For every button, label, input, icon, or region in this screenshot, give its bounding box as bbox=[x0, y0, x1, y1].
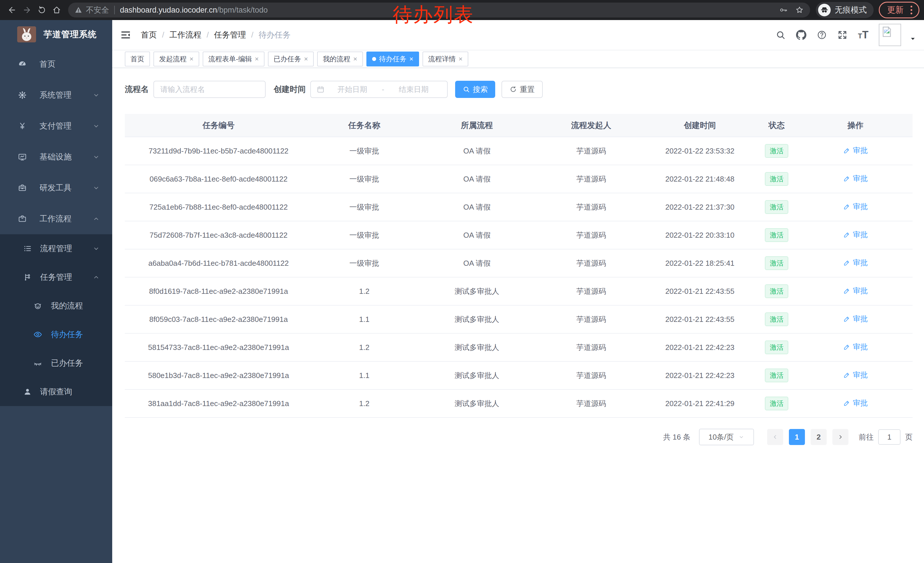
tab-close-icon[interactable]: × bbox=[353, 56, 357, 62]
sidebar-item-infra[interactable]: 基础设施 bbox=[0, 141, 112, 173]
sidebar-item-home[interactable]: 首页 bbox=[0, 49, 112, 80]
breadcrumb-item[interactable]: 工作流程 bbox=[170, 30, 201, 41]
help-icon[interactable] bbox=[817, 30, 827, 40]
filter-form: 流程名 创建时间 开始日期 - 结束日期 搜索 重置 bbox=[125, 81, 912, 98]
sidebar-item-process-mgmt[interactable]: 流程管理 bbox=[0, 234, 112, 263]
page-size-select[interactable]: 10条/页 bbox=[699, 429, 754, 445]
tab-close-icon[interactable]: × bbox=[304, 56, 308, 62]
page-size-value: 10条/页 bbox=[708, 432, 734, 442]
end-date-placeholder[interactable]: 结束日期 bbox=[386, 84, 441, 95]
robot-icon bbox=[33, 301, 42, 311]
process-name-input[interactable] bbox=[153, 81, 266, 98]
approve-link[interactable]: 审批 bbox=[843, 201, 868, 212]
browser-back-button[interactable] bbox=[4, 3, 20, 18]
browser-reload-button[interactable] bbox=[34, 3, 49, 18]
cell-process: 测试多审批人 bbox=[416, 333, 538, 362]
start-date-placeholder[interactable]: 开始日期 bbox=[325, 84, 380, 95]
approve-link[interactable]: 审批 bbox=[843, 230, 868, 240]
sidebar-item-system[interactable]: 系统管理 bbox=[0, 80, 112, 111]
security-warning-icon[interactable] bbox=[74, 6, 82, 14]
cell-starter: 芋道源码 bbox=[538, 165, 645, 193]
pagination: 共 16 条 10条/页 12 前往 页 bbox=[125, 429, 912, 445]
search-icon[interactable] bbox=[776, 30, 786, 40]
app-logo[interactable]: 芋道管理系统 bbox=[0, 20, 112, 49]
reset-button[interactable]: 重置 bbox=[501, 81, 543, 98]
cell-id: 58154733-7ac8-11ec-a9e2-a2380e71991a bbox=[125, 333, 312, 362]
cell-status: 激活 bbox=[755, 221, 798, 249]
approve-link[interactable]: 审批 bbox=[843, 342, 868, 352]
security-warning-label[interactable]: 不安全 bbox=[86, 5, 109, 15]
approve-link[interactable]: 审批 bbox=[843, 314, 868, 324]
approve-link[interactable]: 审批 bbox=[843, 370, 868, 380]
cell-id: a6aba0a4-7b6d-11ec-b781-acde48001122 bbox=[125, 249, 312, 277]
tab-已办任务[interactable]: 已办任务× bbox=[268, 51, 314, 66]
breadcrumb-item[interactable]: 首页 bbox=[141, 30, 157, 41]
key-icon[interactable] bbox=[779, 6, 788, 14]
tab-close-icon[interactable]: × bbox=[189, 56, 194, 62]
status-badge: 激活 bbox=[765, 284, 788, 298]
sidebar-item-payment[interactable]: 支付管理 bbox=[0, 111, 112, 141]
sidebar-item-leave-query[interactable]: 请假查询 bbox=[0, 377, 112, 406]
column-header-操作: 操作 bbox=[798, 114, 912, 137]
sidebar: 芋道管理系统 首页系统管理支付管理基础设施研发工具工作流程流程管理任务管理我的流… bbox=[0, 20, 112, 563]
hamburger-icon[interactable] bbox=[120, 30, 131, 41]
sidebar-item-workflow[interactable]: 工作流程 bbox=[0, 203, 112, 234]
column-header-流程发起人: 流程发起人 bbox=[538, 114, 645, 137]
sidebar-item-label: 研发工具 bbox=[39, 182, 72, 193]
table-row: a6aba0a4-7b6d-11ec-b781-acde48001122一级审批… bbox=[125, 249, 912, 277]
cell-id: 8f0d1619-7ac8-11ec-a9e2-a2380e71991a bbox=[125, 277, 312, 305]
tab-流程表单-编辑[interactable]: 流程表单-编辑× bbox=[202, 51, 264, 66]
approve-link[interactable]: 审批 bbox=[843, 146, 868, 156]
prev-page-button[interactable] bbox=[767, 429, 783, 445]
page-url[interactable]: dashboard.yudao.iocoder.cn/bpm/task/todo bbox=[120, 6, 268, 15]
tab-close-icon[interactable]: × bbox=[459, 56, 463, 62]
fullscreen-icon[interactable] bbox=[837, 30, 848, 40]
tab-close-icon[interactable]: × bbox=[255, 56, 259, 62]
approve-link[interactable]: 审批 bbox=[843, 258, 868, 268]
sidebar-item-my-process[interactable]: 我的流程 bbox=[0, 291, 112, 320]
pencil-icon bbox=[843, 287, 850, 295]
page-button-2[interactable]: 2 bbox=[811, 429, 826, 445]
calendar-icon bbox=[316, 86, 325, 93]
browser-forward-button[interactable] bbox=[20, 3, 34, 18]
breadcrumb-item[interactable]: 任务管理 bbox=[214, 30, 246, 41]
tab-待办任务[interactable]: 待办任务× bbox=[366, 51, 419, 66]
browser-update-button[interactable]: 更新 bbox=[879, 2, 920, 18]
page-button-1[interactable]: 1 bbox=[789, 429, 805, 445]
tab-close-icon[interactable]: × bbox=[410, 56, 413, 62]
chevron-up-icon bbox=[92, 215, 100, 223]
cell-starter: 芋道源码 bbox=[538, 389, 645, 417]
tab-发起流程[interactable]: 发起流程× bbox=[153, 51, 199, 66]
approve-link[interactable]: 审批 bbox=[843, 174, 868, 183]
approve-label: 审批 bbox=[853, 230, 868, 240]
tab-首页[interactable]: 首页 bbox=[125, 51, 150, 66]
column-header-任务名称: 任务名称 bbox=[312, 114, 416, 137]
bookmark-star-icon[interactable] bbox=[795, 6, 804, 14]
next-page-button[interactable] bbox=[832, 429, 848, 445]
tab-label: 我的流程 bbox=[323, 54, 350, 63]
address-bar[interactable]: 不安全 dashboard.yudao.iocoder.cn/bpm/task/… bbox=[68, 3, 810, 18]
browser-menu-icon[interactable] bbox=[908, 6, 915, 14]
browser-home-button[interactable] bbox=[49, 3, 64, 18]
github-icon[interactable] bbox=[796, 30, 806, 40]
sidebar-item-task-mgmt[interactable]: 任务管理 bbox=[0, 263, 112, 291]
tab-label: 已办任务 bbox=[274, 54, 301, 63]
cell-process: OA 请假 bbox=[416, 249, 538, 277]
avatar[interactable] bbox=[879, 24, 901, 46]
tab-我的流程[interactable]: 我的流程× bbox=[317, 51, 363, 66]
avatar-caret-icon[interactable] bbox=[909, 35, 916, 42]
goto-page-input[interactable] bbox=[878, 429, 900, 445]
tab-流程详情[interactable]: 流程详情× bbox=[423, 51, 468, 66]
approve-link[interactable]: 审批 bbox=[843, 286, 868, 296]
monitor-icon bbox=[18, 152, 27, 162]
sidebar-item-todo-task[interactable]: 待办任务 bbox=[0, 320, 112, 349]
approve-link[interactable]: 审批 bbox=[843, 398, 868, 408]
date-range-picker[interactable]: 开始日期 - 结束日期 bbox=[310, 81, 448, 98]
sidebar-item-done-task[interactable]: 已办任务 bbox=[0, 349, 112, 377]
sidebar-item-devtools[interactable]: 研发工具 bbox=[0, 173, 112, 203]
search-button[interactable]: 搜索 bbox=[455, 81, 495, 98]
column-header-所属流程: 所属流程 bbox=[416, 114, 538, 137]
url-domain: dashboard.yudao.iocoder.cn bbox=[120, 6, 217, 14]
cell-process: OA 请假 bbox=[416, 221, 538, 249]
font-size-icon[interactable]: TT bbox=[858, 29, 868, 41]
